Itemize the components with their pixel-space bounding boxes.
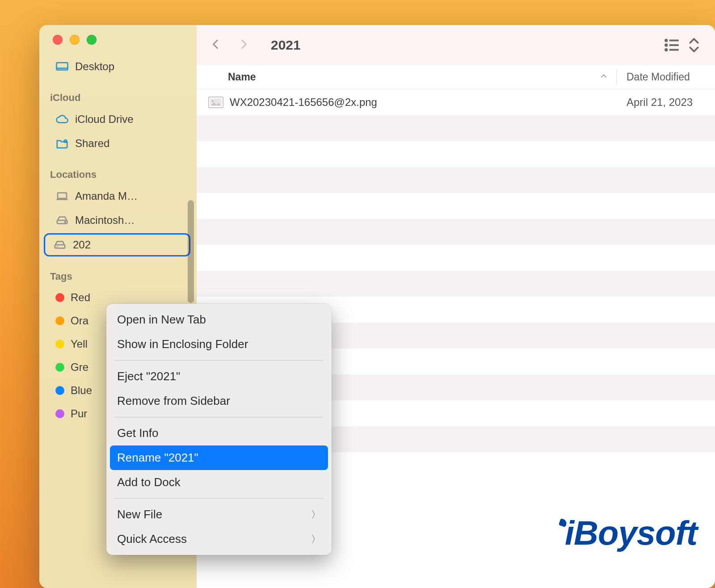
ctx-label: Rename "2021": [117, 451, 198, 465]
ctx-separator: [114, 360, 324, 361]
column-name[interactable]: Name: [197, 71, 591, 83]
chevron-right-icon: 〉: [311, 508, 321, 521]
sidebar-item-label: Desktop: [75, 60, 114, 73]
ctx-label: Quick Access: [117, 532, 187, 546]
tag-dot-icon: [55, 293, 64, 302]
sidebar-section-icloud: iCloud: [39, 80, 195, 106]
file-row-empty: [197, 167, 715, 193]
sidebar-section-locations: Locations: [39, 156, 195, 183]
chevron-right-icon: 〉: [311, 533, 321, 546]
tag-dot-icon: [55, 363, 64, 372]
svg-point-9: [665, 49, 667, 51]
column-date-modified[interactable]: Date Modified: [617, 71, 715, 83]
file-row[interactable]: WX20230421-165656@2x.png April 21, 2023: [197, 89, 715, 115]
ctx-new-file[interactable]: New File 〉: [110, 502, 328, 527]
sidebar-item-label: Amanda M…: [75, 190, 138, 202]
laptop-icon: [55, 189, 69, 203]
forward-button[interactable]: [238, 35, 249, 55]
cloud-icon: [55, 113, 69, 126]
hard-drive-icon: [55, 214, 69, 227]
file-row-empty: [197, 245, 715, 271]
sidebar-item-label: Yell: [71, 338, 88, 350]
chevron-up-down-icon: [685, 36, 703, 55]
ctx-remove-sidebar[interactable]: Remove from Sidebar: [110, 389, 328, 413]
sidebar-item-label: Ora: [71, 315, 88, 327]
column-header: Name Date Modified: [197, 65, 715, 89]
file-row-empty: [197, 115, 715, 141]
ctx-label: Show in Enclosing Folder: [117, 337, 248, 351]
svg-point-8: [665, 44, 667, 46]
sidebar-item-label: iCloud Drive: [75, 113, 134, 126]
ctx-quick-access[interactable]: Quick Access 〉: [110, 527, 328, 551]
tag-dot-icon: [55, 316, 64, 325]
image-file-icon: [208, 97, 223, 108]
minimize-window-button[interactable]: [70, 35, 80, 45]
ctx-open-new-tab[interactable]: Open in New Tab: [110, 307, 328, 332]
svg-point-7: [665, 40, 667, 42]
sort-indicator-icon[interactable]: [591, 71, 616, 83]
svg-rect-2: [58, 193, 67, 199]
ctx-show-enclosing[interactable]: Show in Enclosing Folder: [110, 332, 328, 357]
sidebar-section-tags: Tags: [39, 258, 195, 285]
ctx-label: Eject "2021": [117, 370, 180, 383]
ctx-label: New File: [117, 508, 162, 521]
sidebar-item-icloud-drive[interactable]: iCloud Drive: [46, 108, 189, 130]
tag-dot-icon: [55, 409, 64, 418]
sidebar-item-label: Blue: [71, 384, 92, 397]
ctx-separator: [114, 417, 324, 417]
svg-point-4: [65, 222, 66, 223]
sidebar-item-desktop[interactable]: Desktop: [46, 55, 189, 78]
back-button[interactable]: [210, 35, 222, 55]
sidebar-item-label: Pur: [71, 407, 87, 420]
watermark: iBoysoft: [557, 513, 697, 552]
ctx-separator: [114, 498, 324, 499]
svg-rect-5: [55, 245, 65, 248]
ctx-eject[interactable]: Eject "2021": [110, 364, 328, 389]
close-window-button[interactable]: [53, 35, 63, 45]
sidebar-item-location-2021[interactable]: 202: [44, 233, 190, 256]
ctx-label: Remove from Sidebar: [117, 394, 230, 408]
ctx-rename[interactable]: Rename "2021": [110, 445, 328, 470]
toolbar: 2021: [197, 25, 715, 65]
file-date: April 21, 2023: [617, 96, 715, 109]
sidebar-item-label: Gre: [71, 361, 88, 374]
ctx-label: Add to Dock: [117, 475, 181, 489]
file-row-empty: [197, 219, 715, 245]
window-controls: [39, 35, 197, 45]
watermark-text: iBoysoft: [565, 513, 697, 552]
sidebar-item-location-1[interactable]: Amanda M…: [46, 185, 189, 207]
disk-image-icon: [53, 238, 67, 252]
sidebar-item-location-2[interactable]: Macintosh…: [46, 209, 189, 231]
context-menu: Open in New Tab Show in Enclosing Folder…: [106, 304, 332, 555]
maximize-window-button[interactable]: [87, 35, 97, 45]
file-row-empty: [197, 141, 715, 167]
sidebar-item-label: Macintosh…: [75, 214, 135, 227]
ctx-label: Open in New Tab: [117, 313, 206, 327]
sidebar-item-label: 202: [73, 239, 91, 251]
svg-rect-0: [57, 63, 68, 70]
shared-folder-icon: [55, 137, 69, 150]
file-row-empty: [197, 271, 715, 297]
desktop-icon: [55, 60, 69, 73]
file-name: WX20230421-165656@2x.png: [230, 96, 617, 109]
ctx-add-to-dock[interactable]: Add to Dock: [110, 470, 328, 495]
window-title: 2021: [271, 38, 658, 53]
sidebar-item-label: Red: [71, 291, 90, 304]
tag-dot-icon: [55, 386, 64, 395]
ctx-label: Get Info: [117, 426, 159, 440]
sidebar-item-label: Shared: [75, 137, 109, 150]
ctx-get-info[interactable]: Get Info: [110, 421, 328, 445]
svg-point-15: [212, 100, 214, 102]
sidebar-scrollbar[interactable]: [188, 200, 194, 303]
sidebar-item-shared[interactable]: Shared: [46, 132, 189, 155]
file-row-empty: [197, 193, 715, 219]
tag-dot-icon: [55, 340, 64, 349]
view-options-button[interactable]: [662, 36, 703, 55]
